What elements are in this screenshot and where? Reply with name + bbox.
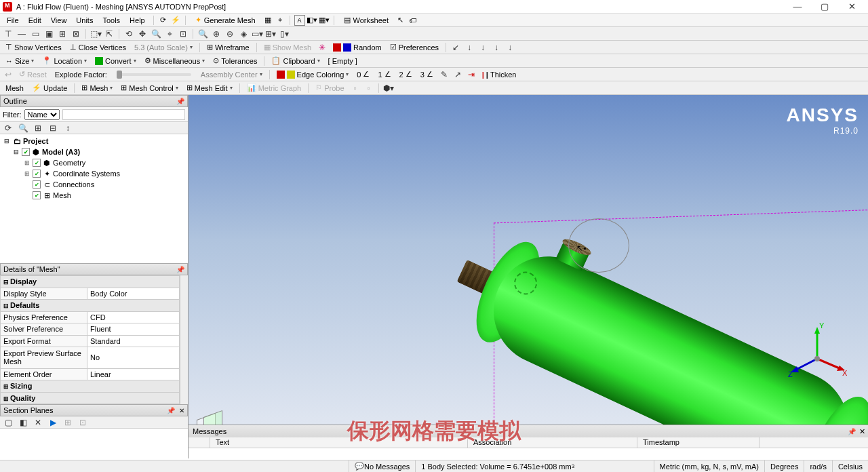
outline-pin-icon[interactable]: 📌 xyxy=(176,98,184,105)
show-vertices-button[interactable]: ⊤ Show Vertices xyxy=(3,42,64,52)
row-solver[interactable]: Solver PreferenceFluent xyxy=(1,323,180,336)
row-physics[interactable]: Physics PreferenceCFD xyxy=(1,311,180,323)
edge-3-button[interactable]: 3∠ xyxy=(418,69,436,79)
prev-view-icon[interactable]: ⊖ xyxy=(224,28,235,39)
filter-vertex-icon[interactable]: ⊤ xyxy=(3,28,14,39)
refresh-tree-icon[interactable]: ⟳ xyxy=(3,123,14,134)
msg-col-assoc[interactable]: Association xyxy=(468,437,637,448)
rotate-icon[interactable]: ⟲ xyxy=(123,28,134,39)
chart-icon[interactable]: ◧▾ xyxy=(307,15,317,26)
section-planes-list[interactable] xyxy=(0,429,188,458)
sp-edit-icon[interactable]: ◧ xyxy=(18,417,28,428)
axis-l-icon[interactable]: ↙ xyxy=(450,42,461,53)
row-display-style[interactable]: Display StyleBody Color xyxy=(1,288,180,300)
tree-connections[interactable]: ✔⊂Connections xyxy=(1,179,186,190)
edge-selected-icon[interactable]: ✎ xyxy=(439,69,450,80)
tree-mesh[interactable]: ✔⊞Mesh xyxy=(1,190,186,201)
menu-file[interactable]: File xyxy=(3,15,23,26)
filter-body-icon[interactable]: ▣ xyxy=(43,28,54,39)
size-dropdown[interactable]: ↔ Size ▾ xyxy=(3,56,37,66)
iso-view-icon[interactable]: ◈ xyxy=(238,28,249,39)
edge-0-button[interactable]: 0∠ xyxy=(354,69,372,79)
details-pin-icon[interactable]: 📌 xyxy=(176,266,184,273)
filter-face-icon[interactable]: ▭ xyxy=(30,28,41,39)
clipboard-dropdown[interactable]: 📋 Clipboard ▾ xyxy=(269,56,322,66)
close-button[interactable]: ✕ xyxy=(838,1,865,12)
status-temp[interactable]: Celsius xyxy=(832,460,868,472)
section-planes-close-icon[interactable]: ✕ xyxy=(179,407,184,414)
pointer-icon[interactable]: ↖ xyxy=(395,15,406,26)
expand-all-icon[interactable]: ⊞ xyxy=(33,123,43,134)
tree-project[interactable]: ⊟🗀Project xyxy=(1,136,186,146)
axis-x-icon[interactable]: ↓ xyxy=(464,42,475,53)
look-at-icon[interactable]: 🔍 xyxy=(197,28,208,39)
worksheet-button[interactable]: ▤ Worksheet xyxy=(338,14,394,26)
location-dropdown[interactable]: 📍 Location ▾ xyxy=(39,56,90,66)
extend-icon[interactable]: ⇱ xyxy=(104,28,115,39)
probe-tool-icon[interactable]: ⌖ xyxy=(275,15,285,26)
generate-mesh-button[interactable]: ✦Generate Mesh xyxy=(190,14,261,26)
filter-edge-icon[interactable]: — xyxy=(16,28,27,39)
convert-dropdown[interactable]: Convert ▾ xyxy=(92,56,139,66)
explode-slider[interactable] xyxy=(117,73,191,76)
wireframe-button[interactable]: ⊞ Wireframe xyxy=(204,42,252,52)
status-rotvel[interactable]: rad/s xyxy=(804,460,831,472)
sp-new-icon[interactable]: ▢ xyxy=(3,417,14,428)
status-angle[interactable]: Degrees xyxy=(764,460,804,472)
menu-tools[interactable]: Tools xyxy=(98,15,124,26)
row-export[interactable]: Export FormatStandard xyxy=(1,335,180,347)
assembly-center-dropdown[interactable]: Assembly Center ▾ xyxy=(198,70,265,79)
select-mode-icon[interactable]: ⬚▾ xyxy=(90,28,101,39)
filter-node-icon[interactable]: ⊞ xyxy=(57,28,68,39)
minimize-button[interactable]: — xyxy=(784,1,811,12)
collapse-all-icon[interactable]: ⊟ xyxy=(47,123,58,134)
tag-icon[interactable]: 🏷 xyxy=(408,15,418,26)
filter-input[interactable] xyxy=(62,109,186,120)
edge-2-button[interactable]: 2∠ xyxy=(397,69,415,79)
sp-play-icon[interactable]: ▶ xyxy=(47,417,58,428)
annotation-a-icon[interactable]: A xyxy=(294,15,305,26)
split-view-icon[interactable]: ▯▾ xyxy=(279,28,290,39)
sort-tree-icon[interactable]: ↕ xyxy=(62,123,73,134)
tree-model[interactable]: ⊟✔⬢Model (A3) xyxy=(1,146,186,157)
display-option-icon[interactable]: ⬢▾ xyxy=(383,83,394,94)
thicken-button[interactable]: || Thicken xyxy=(479,70,519,79)
row-order[interactable]: Element OrderLinear xyxy=(1,368,180,380)
messages-pin-icon[interactable]: 📌 xyxy=(848,428,856,435)
maximize-button[interactable]: ▢ xyxy=(811,1,838,12)
update-button[interactable]: ⚡Update xyxy=(29,83,70,93)
sp-delete-icon[interactable]: ✕ xyxy=(33,417,43,428)
orientation-triad[interactable]: Y X Z xyxy=(787,321,848,382)
box-zoom-icon[interactable]: ⌖ xyxy=(164,28,175,39)
axis-all-icon[interactable]: ↓ xyxy=(505,42,515,53)
messages-close-icon[interactable]: ✕ xyxy=(859,427,865,436)
edge-direction-icon[interactable]: ⇥ xyxy=(466,69,477,80)
row-preview[interactable]: Export Preview Surface MeshNo xyxy=(1,347,180,369)
refresh-icon[interactable]: ⟳ xyxy=(158,15,169,26)
tree-geometry[interactable]: ⊞✔⬢Geometry xyxy=(1,157,186,168)
tree-coord-systems[interactable]: ⊞✔✦Coordinate Systems xyxy=(1,168,186,179)
new-section-icon[interactable]: ▦ xyxy=(262,15,273,26)
scale-dropdown[interactable]: 5.3 (Auto Scale) ▾ xyxy=(132,43,195,52)
msg-col-text[interactable]: Text xyxy=(210,437,468,448)
edge-coloring-dropdown[interactable]: Edge Coloring ▾ xyxy=(274,70,352,79)
view-menu-icon[interactable]: ▭▾ xyxy=(252,28,262,39)
magnify-icon[interactable]: ⊕ xyxy=(211,28,222,39)
mesh-edit-dropdown[interactable]: ⊞ Mesh Edit ▾ xyxy=(184,83,235,93)
filter-type-select[interactable]: Name xyxy=(24,109,60,120)
manage-views-icon[interactable]: ⊞▾ xyxy=(265,28,276,39)
pan-icon[interactable]: ✥ xyxy=(137,28,148,39)
menu-help[interactable]: Help xyxy=(125,15,149,26)
axis-y-icon[interactable]: ↓ xyxy=(477,42,488,53)
msg-col-icon[interactable] xyxy=(189,437,210,448)
mesh-control-dropdown[interactable]: ⊞ Mesh Control ▾ xyxy=(118,83,180,93)
section-planes-pin-icon[interactable]: 📌 xyxy=(167,407,175,414)
filter-element-icon[interactable]: ⊠ xyxy=(71,28,81,39)
thick-shell-icon[interactable]: ✳ xyxy=(317,42,328,53)
status-messages[interactable]: 💬 No Messages xyxy=(349,460,415,472)
mesh-dropdown[interactable]: ⊞ Mesh ▾ xyxy=(79,83,115,93)
menu-edit[interactable]: Edit xyxy=(24,15,45,26)
status-units[interactable]: Metric (mm, kg, N, s, mV, mA) xyxy=(654,460,764,472)
messages-body[interactable] xyxy=(189,448,868,460)
msg-col-ts[interactable]: Timestamp xyxy=(637,437,760,448)
